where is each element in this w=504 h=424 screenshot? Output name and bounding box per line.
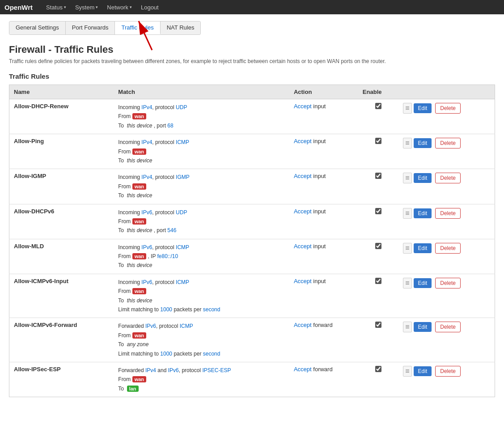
tabs-wrapper: General Settings Port Forwards Traffic R…: [9, 21, 495, 35]
edit-button[interactable]: Edit: [414, 278, 432, 288]
tab-traffic-rules[interactable]: Traffic Rules: [115, 21, 160, 34]
tab-general-settings[interactable]: General Settings: [9, 21, 66, 34]
rule-name: Allow-IGMP: [9, 169, 114, 204]
rule-name: Allow-DHCPv6: [9, 204, 114, 239]
rule-match: Incoming IPv6, protocol ICMPFrom wan , I…: [114, 239, 289, 274]
delete-button[interactable]: Delete: [435, 278, 461, 288]
tab-nat-rules[interactable]: NAT Rules: [161, 21, 201, 34]
rule-action: Accept input: [289, 99, 358, 134]
rule-controls: ≡ Edit Delete: [398, 99, 495, 134]
table-row: Allow-IGMPIncoming IPv4, protocol IGMPFr…: [9, 169, 495, 204]
page-description: Traffic rules define policies for packet…: [9, 58, 495, 64]
col-match: Match: [114, 85, 289, 99]
rule-enable: [358, 134, 398, 169]
drag-handle-icon[interactable]: ≡: [403, 103, 411, 114]
rule-enable: [358, 99, 398, 134]
enable-checkbox[interactable]: [375, 278, 381, 284]
table-header-row: Name Match Action Enable: [9, 85, 495, 99]
system-dropdown-icon: ▾: [96, 5, 98, 9]
page-title: Firewall - Traffic Rules: [9, 44, 495, 55]
nav-logout[interactable]: Logout: [136, 0, 163, 14]
drag-handle-icon[interactable]: ≡: [403, 138, 411, 148]
enable-checkbox[interactable]: [375, 208, 381, 214]
nav-system[interactable]: System ▾: [71, 0, 102, 14]
rule-enable: [358, 169, 398, 204]
delete-button[interactable]: Delete: [435, 138, 461, 148]
edit-button[interactable]: Edit: [414, 366, 432, 376]
rule-enable: [358, 318, 398, 362]
drag-handle-icon[interactable]: ≡: [403, 278, 411, 288]
table-row: Allow-DHCP-RenewIncoming IPv4, protocol …: [9, 99, 495, 134]
rule-action: Accept forward: [289, 362, 358, 397]
rule-action: Accept forward: [289, 318, 358, 362]
delete-button[interactable]: Delete: [435, 208, 461, 219]
rule-action: Accept input: [289, 239, 358, 274]
nav-network[interactable]: Network ▾: [102, 0, 136, 14]
rule-enable: [358, 362, 398, 397]
enable-checkbox[interactable]: [375, 103, 381, 109]
col-name: Name: [9, 85, 114, 99]
edit-button[interactable]: Edit: [414, 173, 432, 183]
rule-enable: [358, 204, 398, 239]
rule-name: Allow-ICMPv6-Input: [9, 274, 114, 318]
rule-match: Incoming IPv4, protocol IGMPFrom wanTo t…: [114, 169, 289, 204]
rule-match: Incoming IPv6, protocol UDPFrom wanTo th…: [114, 204, 289, 239]
drag-handle-icon[interactable]: ≡: [403, 208, 411, 219]
tab-bar: General Settings Port Forwards Traffic R…: [9, 21, 201, 35]
delete-button[interactable]: Delete: [435, 322, 461, 332]
nav-status[interactable]: Status ▾: [42, 0, 71, 14]
table-row: Allow-DHCPv6Incoming IPv6, protocol UDPF…: [9, 204, 495, 239]
col-controls: [398, 85, 495, 99]
traffic-rules-table: Name Match Action Enable Allow-DHCP-Rene…: [9, 85, 495, 397]
navbar: OpenWrt Status ▾ System ▾ Network ▾ Logo…: [0, 0, 504, 14]
enable-checkbox[interactable]: [375, 173, 381, 179]
drag-handle-icon[interactable]: ≡: [403, 243, 411, 254]
rule-controls: ≡ Edit Delete: [398, 362, 495, 397]
table-row: Allow-ICMPv6-ForwardForwarded IPv6, prot…: [9, 318, 495, 362]
enable-checkbox[interactable]: [375, 366, 381, 372]
edit-button[interactable]: Edit: [414, 208, 432, 218]
col-action: Action: [289, 85, 358, 99]
rule-controls: ≡ Edit Delete: [398, 204, 495, 239]
enable-checkbox[interactable]: [375, 322, 381, 328]
rule-enable: [358, 239, 398, 274]
rule-match: Incoming IPv6, protocol ICMPFrom wanTo t…: [114, 274, 289, 318]
rule-name: Allow-Ping: [9, 134, 114, 169]
rule-controls: ≡ Edit Delete: [398, 134, 495, 169]
table-row: Allow-MLDIncoming IPv6, protocol ICMPFro…: [9, 239, 495, 274]
rule-action: Accept input: [289, 204, 358, 239]
table-row: Allow-IPSec-ESPForwarded IPv4 and IPv6, …: [9, 362, 495, 397]
rule-match: Incoming IPv4, protocol UDPFrom wanTo th…: [114, 99, 289, 134]
drag-handle-icon[interactable]: ≡: [403, 366, 411, 377]
enable-checkbox[interactable]: [375, 138, 381, 144]
table-row: Allow-ICMPv6-InputIncoming IPv6, protoco…: [9, 274, 495, 318]
edit-button[interactable]: Edit: [414, 243, 432, 253]
edit-button[interactable]: Edit: [414, 322, 432, 332]
section-title: Traffic Rules: [9, 72, 495, 80]
brand: OpenWrt: [4, 4, 33, 11]
tab-port-forwards[interactable]: Port Forwards: [66, 21, 115, 34]
delete-button[interactable]: Delete: [435, 103, 461, 114]
main-content: General Settings Port Forwards Traffic R…: [0, 14, 504, 424]
delete-button[interactable]: Delete: [435, 366, 461, 377]
rule-enable: [358, 274, 398, 318]
rule-controls: ≡ Edit Delete: [398, 239, 495, 274]
enable-checkbox[interactable]: [375, 243, 381, 249]
edit-button[interactable]: Edit: [414, 103, 432, 113]
status-dropdown-icon: ▾: [64, 5, 66, 9]
drag-handle-icon[interactable]: ≡: [403, 322, 411, 332]
rule-action: Accept input: [289, 134, 358, 169]
rule-match: Forwarded IPv4 and IPv6, protocol IPSEC-…: [114, 362, 289, 397]
rule-name: Allow-ICMPv6-Forward: [9, 318, 114, 362]
delete-button[interactable]: Delete: [435, 173, 461, 183]
rule-name: Allow-DHCP-Renew: [9, 99, 114, 134]
drag-handle-icon[interactable]: ≡: [403, 173, 411, 183]
network-dropdown-icon: ▾: [130, 5, 132, 9]
table-row: Allow-PingIncoming IPv4, protocol ICMPFr…: [9, 134, 495, 169]
rule-name: Allow-IPSec-ESP: [9, 362, 114, 397]
rule-action: Accept input: [289, 169, 358, 204]
edit-button[interactable]: Edit: [414, 138, 432, 148]
delete-button[interactable]: Delete: [435, 243, 461, 254]
rule-controls: ≡ Edit Delete: [398, 274, 495, 318]
rule-controls: ≡ Edit Delete: [398, 169, 495, 204]
